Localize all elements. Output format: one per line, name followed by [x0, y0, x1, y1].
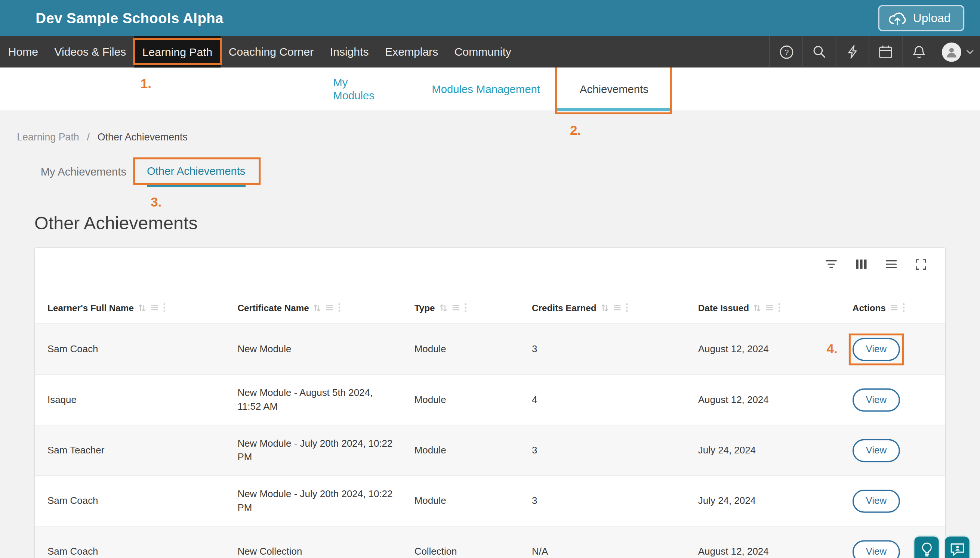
more-options-icon[interactable] [338, 303, 341, 312]
nav-item-videos-files[interactable]: Videos & Files [46, 36, 134, 67]
tab-other-achievements[interactable]: Other Achievements 3. [147, 157, 245, 187]
caret-down-icon [966, 49, 973, 54]
calendar-icon[interactable] [869, 36, 902, 67]
sort-icon[interactable] [313, 303, 321, 312]
more-options-icon[interactable] [903, 303, 905, 312]
column-menu-icon[interactable] [452, 304, 460, 312]
cell-certificate-name: New Collection [237, 545, 414, 558]
nav-item-exemplars[interactable]: Exemplars [377, 36, 446, 67]
cell-credits: 3 [532, 445, 698, 456]
avatar [942, 42, 961, 62]
column-header-learner-name: Learner's Full Name [48, 291, 237, 313]
cell-learner-name: Sam Coach [48, 546, 237, 557]
column-header-type: Type [414, 291, 532, 313]
nav-item-insights[interactable]: Insights [322, 36, 377, 67]
column-menu-icon[interactable] [151, 304, 159, 312]
cell-certificate-name: New Module - August 5th 2024, 11:52 AM [237, 386, 414, 414]
column-header-certificate-name: Certificate Name [237, 291, 414, 313]
breadcrumb-other-achievements: Other Achievements [97, 132, 187, 142]
nav-item-learning-path[interactable]: Learning Path 1. [134, 36, 220, 67]
app-window: Dev Sample Schools Alpha Upload Home Vid… [0, 0, 980, 558]
view-button[interactable]: View [853, 489, 900, 512]
more-options-icon[interactable] [626, 303, 628, 312]
user-menu[interactable] [935, 36, 980, 67]
view-button[interactable]: View [853, 540, 900, 558]
page-title: Other Achievements [35, 213, 198, 233]
cell-learner-name: Sam Coach [48, 344, 237, 355]
more-options-icon[interactable] [163, 303, 166, 312]
table-row: Sam Coach New Collection Collection N/A … [35, 527, 945, 558]
idea-icon[interactable] [913, 535, 940, 558]
search-icon[interactable] [802, 36, 836, 67]
more-options-icon[interactable] [464, 303, 467, 312]
nav-item-coaching-corner[interactable]: Coaching Corner [220, 36, 322, 67]
column-menu-icon[interactable] [326, 304, 334, 312]
table-header-row: Learner's Full Name Certificate Name Typ… [35, 281, 945, 324]
notifications-icon[interactable] [902, 36, 935, 67]
columns-icon[interactable] [855, 259, 867, 269]
nav-icon-bar: ? [769, 36, 980, 67]
cell-date-issued: July 24, 2024 [698, 445, 853, 456]
column-header-actions: Actions [853, 291, 946, 313]
breadcrumb-learning-path[interactable]: Learning Path [17, 132, 79, 142]
cell-credits: 3 [532, 495, 698, 507]
column-menu-icon[interactable] [890, 304, 898, 312]
view-button[interactable]: View [853, 439, 900, 462]
table-row: Sam Teacher New Module - July 20th 2024,… [35, 425, 945, 476]
annotation-number-1: 1. [141, 76, 151, 91]
nav-item-home[interactable]: Home [0, 36, 46, 67]
main-nav-items: Home Videos & Files Learning Path 1. Coa… [0, 36, 520, 67]
upload-button[interactable]: Upload [878, 5, 964, 31]
cell-learner-name: Sam Teacher [48, 445, 237, 456]
achievements-table-card: Learner's Full Name Certificate Name Typ… [35, 247, 945, 558]
cell-credits: 3 [532, 344, 698, 355]
nav-item-community[interactable]: Community [446, 36, 520, 67]
subnav-tab-my-modules[interactable]: My Modules [333, 67, 391, 111]
svg-text:?: ? [784, 48, 789, 56]
view-button[interactable]: View [853, 388, 900, 411]
fullscreen-icon[interactable] [916, 259, 926, 269]
upload-cloud-icon [888, 11, 907, 25]
cell-date-issued: August 12, 2024 [698, 546, 853, 557]
column-header-credits-earned: Credits Earned [532, 291, 698, 313]
column-menu-icon[interactable] [613, 304, 622, 312]
column-header-date-issued: Date Issued [698, 291, 853, 313]
more-options-icon[interactable] [779, 303, 781, 312]
cell-learner-name: Isaque [48, 394, 237, 405]
breadcrumb-separator: / [87, 132, 90, 142]
column-menu-icon[interactable] [766, 304, 774, 312]
table-row: Sam Coach New Module - July 20th 2024, 1… [35, 476, 945, 526]
sort-icon[interactable] [138, 303, 146, 312]
help-icon[interactable]: ? [769, 36, 802, 67]
sort-icon[interactable] [601, 303, 609, 312]
cell-certificate-name: New Module - July 20th 2024, 10:22 PM [237, 436, 414, 464]
support-chat-icon[interactable] [944, 535, 971, 558]
table-toolbar [35, 248, 945, 281]
table-row: Sam Coach New Module Module 3 August 12,… [35, 324, 945, 374]
table-row: Isaque New Module - August 5th 2024, 11:… [35, 374, 945, 425]
active-tab-underline [555, 108, 672, 111]
annotation-number-2: 2. [570, 123, 581, 138]
cell-date-issued: August 12, 2024 [698, 394, 853, 405]
cell-actions: View [853, 489, 946, 512]
sort-icon[interactable] [439, 303, 447, 312]
app-header: Dev Sample Schools Alpha Upload [0, 0, 980, 36]
breadcrumb: Learning Path / Other Achievements [17, 132, 187, 143]
view-button[interactable]: View 4. [853, 338, 900, 361]
annotation-number-4: 4. [826, 342, 837, 357]
sort-icon[interactable] [753, 303, 762, 312]
subnav-tab-achievements[interactable]: Achievements 2. [581, 67, 647, 111]
cell-type: Module [414, 495, 532, 507]
cell-type: Module [414, 445, 532, 456]
filter-icon[interactable] [825, 259, 837, 269]
cell-type: Module [414, 344, 532, 355]
cell-date-issued: July 24, 2024 [698, 495, 853, 507]
cell-actions: View 4. [853, 338, 946, 361]
floating-widgets [913, 535, 971, 558]
subnav-tab-modules-management[interactable]: Modules Management [431, 67, 541, 111]
main-nav: Home Videos & Files Learning Path 1. Coa… [0, 36, 980, 67]
quick-actions-icon[interactable] [836, 36, 869, 67]
tab-my-achievements[interactable]: My Achievements [41, 157, 126, 187]
menu-lines-icon[interactable] [885, 259, 897, 269]
cell-type: Module [414, 394, 532, 405]
